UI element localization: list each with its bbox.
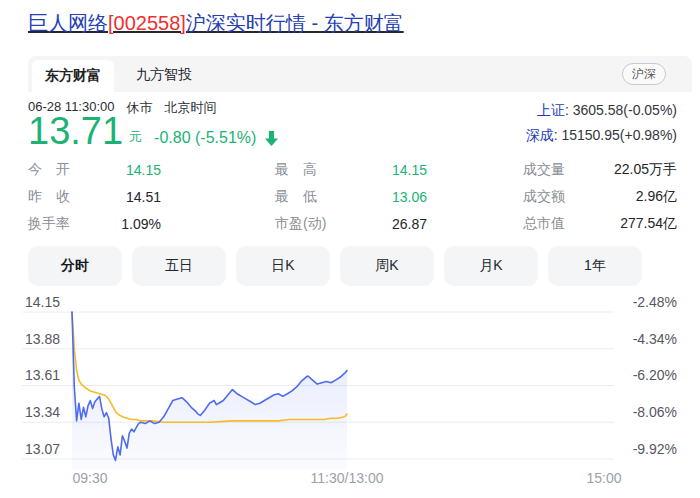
current-price: 13.71 [28, 112, 123, 150]
range-tab-5day[interactable]: 五日 [132, 246, 226, 286]
tab-jiufang-zhitou[interactable]: 九方智投 [136, 56, 192, 92]
chart-range-tabs: 分时 五日 日K 周K 月K 1年 [28, 246, 642, 286]
range-tab-minute[interactable]: 分时 [28, 246, 122, 286]
stats-column-3: 成交量 22.05万手 成交额 2.96亿 总市值 277.54亿 [523, 156, 677, 237]
stock-name: 巨人网络 [28, 12, 108, 34]
x-axis-time-label: 09:30 [72, 470, 107, 486]
index-shanghai-label: 上证 [537, 102, 565, 118]
minute-chart[interactable]: 14.15-2.48%13.88-4.34%13.61-6.20%13.34-8… [0, 296, 700, 498]
range-tab-weekly[interactable]: 周K [340, 246, 434, 286]
stat-low: 最 低 13.06 [275, 183, 427, 210]
range-tab-1year[interactable]: 1年 [548, 246, 642, 286]
index-shenzhen-label: 深成 [526, 127, 554, 143]
page-title-link[interactable]: 巨人网络[002558]沪深实时行情 - 东方财富 [28, 10, 404, 37]
tab-dongfang-caifu[interactable]: 东方财富 [32, 60, 114, 92]
x-axis-time-label: 15:00 [586, 470, 621, 486]
stat-pe-ratio: 市盈(动) 26.87 [275, 210, 427, 237]
y-axis-percent-label: -6.20% [633, 367, 677, 383]
provider-tab-strip: 东方财富 九方智投 沪深 [28, 56, 692, 92]
range-tab-daily[interactable]: 日K [236, 246, 330, 286]
y-axis-price-label: 13.88 [25, 331, 60, 347]
stats-column-1: 今 开 14.15 昨 收 14.51 换手率 1.09% [28, 156, 161, 237]
title-rest: 沪深实时行情 - 东方财富 [186, 12, 404, 34]
y-axis-percent-label: -8.06% [633, 404, 677, 420]
index-quotes: 上证: 3605.58(-0.05%) 深成: 15150.95(+0.98%) [526, 98, 677, 148]
y-axis-percent-label: -9.92% [633, 441, 677, 457]
stock-code: [002558] [108, 12, 186, 34]
price-row: 13.71 元 -0.80 (-5.51%) [28, 111, 279, 150]
index-shenzhen[interactable]: 深成: 15150.95(+0.98%) [526, 123, 677, 148]
y-axis-price-label: 14.15 [25, 296, 60, 310]
down-arrow-icon [264, 130, 279, 147]
index-shanghai[interactable]: 上证: 3605.58(-0.05%) [526, 98, 677, 123]
stat-turnover: 成交额 2.96亿 [523, 183, 677, 210]
stat-open: 今 开 14.15 [28, 156, 161, 183]
price-area-fill [72, 312, 347, 470]
index-shanghai-value: 3605.58(-0.05%) [573, 102, 677, 118]
y-axis-price-label: 13.34 [25, 404, 60, 420]
index-shenzhen-value: 15150.95(+0.98%) [561, 127, 677, 143]
stat-prev-close: 昨 收 14.51 [28, 183, 161, 210]
price-change: -0.80 (-5.51%) [154, 129, 256, 147]
range-tab-monthly[interactable]: 月K [444, 246, 538, 286]
stat-turnover-rate: 换手率 1.09% [28, 210, 161, 237]
y-axis-percent-label: -4.34% [633, 331, 677, 347]
y-axis-percent-label: -2.48% [633, 296, 677, 310]
stock-quote-widget: 巨人网络[002558]沪深实时行情 - 东方财富 东方财富 九方智投 沪深 0… [0, 0, 700, 498]
y-axis-price-label: 13.61 [25, 367, 60, 383]
stat-high: 最 高 14.15 [275, 156, 427, 183]
market-badge: 沪深 [622, 63, 666, 85]
stats-column-2: 最 高 14.15 最 低 13.06 市盈(动) 26.87 [275, 156, 427, 237]
stat-market-cap: 总市值 277.54亿 [523, 210, 677, 237]
price-unit: 元 [129, 128, 142, 146]
stat-volume: 成交量 22.05万手 [523, 156, 677, 183]
y-axis-price-label: 13.07 [25, 441, 60, 457]
x-axis-time-label: 11:30/13:00 [311, 470, 384, 486]
